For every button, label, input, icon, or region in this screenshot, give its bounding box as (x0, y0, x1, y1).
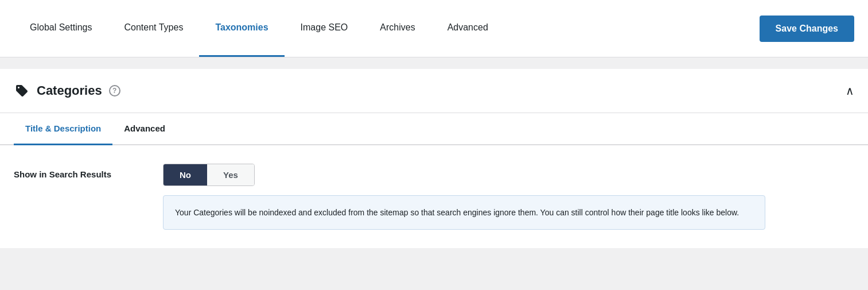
tab-image-seo[interactable]: Image SEO (285, 0, 364, 57)
content-area: Show in Search Results No Yes Your Categ… (0, 145, 868, 248)
section-title: Categories (37, 83, 102, 98)
show-in-search-results-row: Show in Search Results No Yes Your Categ… (14, 164, 854, 230)
inner-tab-advanced[interactable]: Advanced (112, 113, 177, 145)
categories-section-header: Categories ? ∧ (0, 69, 868, 113)
tab-content-types[interactable]: Content Types (108, 0, 200, 57)
tab-taxonomies[interactable]: Taxonomies (199, 0, 284, 57)
toggle-group: No Yes (163, 164, 255, 186)
info-box: Your Categories will be noindexed and ex… (163, 195, 765, 230)
show-in-search-results-label: Show in Search Results (14, 164, 140, 179)
collapse-chevron-icon[interactable]: ∧ (846, 84, 854, 98)
inner-tab-title-description[interactable]: Title & Description (14, 113, 112, 145)
tab-global-settings[interactable]: Global Settings (14, 0, 108, 57)
tab-advanced[interactable]: Advanced (431, 0, 504, 57)
nav-tabs: Global Settings Content Types Taxonomies… (14, 0, 504, 57)
toggle-yes-button[interactable]: Yes (207, 164, 254, 185)
main-content: Categories ? ∧ Title & Description Advan… (0, 69, 868, 248)
help-icon[interactable]: ? (109, 85, 120, 96)
inner-tabs: Title & Description Advanced (0, 113, 868, 145)
tag-icon (14, 83, 30, 99)
top-navigation: Global Settings Content Types Taxonomies… (0, 0, 868, 57)
tab-archives[interactable]: Archives (364, 0, 431, 57)
save-changes-button[interactable]: Save Changes (760, 16, 854, 42)
section-title-row: Categories ? (14, 83, 120, 99)
field-controls: No Yes Your Categories will be noindexed… (163, 164, 854, 230)
toggle-no-button[interactable]: No (164, 164, 207, 185)
